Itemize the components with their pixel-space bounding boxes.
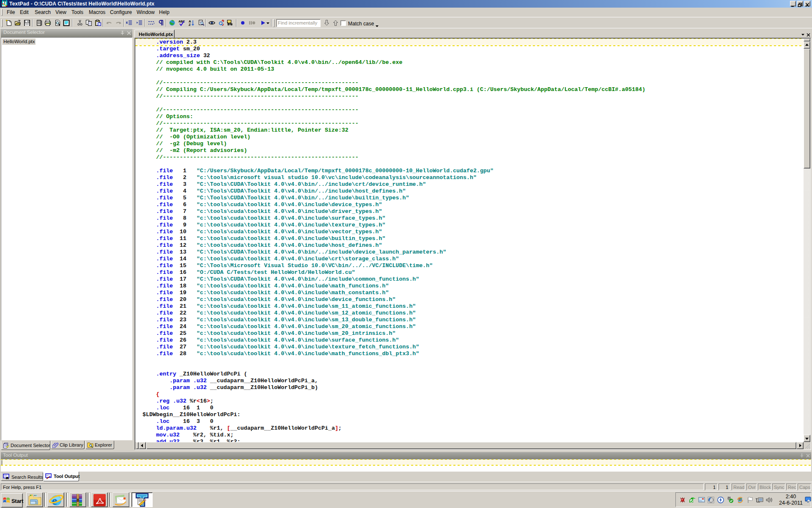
svg-text:Z: Z — [189, 23, 191, 26]
